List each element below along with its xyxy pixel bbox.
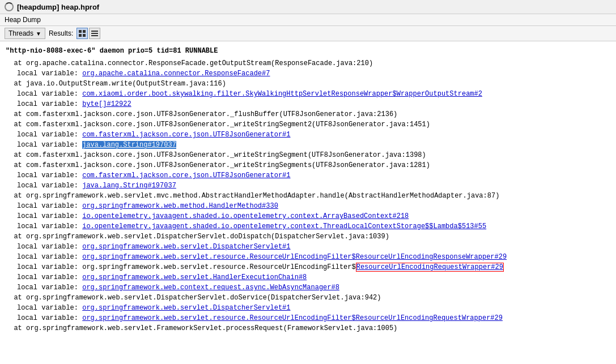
- svg-rect-1: [83, 30, 86, 33]
- local-var-line: local variable: java.lang.String#197037: [17, 181, 610, 191]
- stack-frame: at org.springframework.web.servlet.Frame…: [6, 323, 610, 333]
- local-var-link[interactable]: com.fasterxml.jackson.core.json.UTF8Json…: [82, 131, 290, 139]
- local-var-link[interactable]: org.apache.catalina.connector.ResponseFa…: [82, 70, 270, 78]
- local-var-line: local variable: org.springframework.web.…: [17, 313, 610, 323]
- local-var-link[interactable]: com.fasterxml.jackson.core.json.UTF8Json…: [82, 172, 290, 179]
- results-label: Results:: [49, 29, 73, 37]
- local-var-line: local variable: org.springframework.web.…: [17, 272, 610, 282]
- toolbar-actions: Threads ▼ Results:: [0, 26, 616, 41]
- stack-frame: at java.io.OutputStream.write(OutputStre…: [6, 79, 610, 89]
- thread-header: "http-nio-8088-exec-6" daemon prio=5 tid…: [6, 46, 610, 56]
- svg-rect-6: [91, 35, 98, 36]
- svg-rect-5: [91, 33, 98, 34]
- svg-rect-2: [79, 34, 82, 37]
- local-var-link[interactable]: com.xiaomi.order.boot.skywalking.filter.…: [82, 90, 482, 98]
- local-var-line: local variable: org.springframework.web.…: [17, 282, 610, 293]
- local-var-line: local variable: org.springframework.web.…: [17, 201, 610, 211]
- local-var-link-highlighted[interactable]: java.lang.String#197037: [82, 141, 176, 149]
- local-var-line-boxed: local variable: org.springframework.web.…: [17, 262, 610, 272]
- local-var-link[interactable]: org.springframework.web.servlet.Dispatch…: [82, 243, 290, 251]
- local-var-line: local variable: org.springframework.web.…: [17, 303, 610, 313]
- local-var-link[interactable]: org.springframework.web.method.HandlerMe…: [82, 202, 278, 210]
- local-var-link[interactable]: byte[]#12922: [82, 100, 131, 108]
- threads-dropdown[interactable]: Threads ▼: [5, 28, 45, 39]
- local-var-link[interactable]: io.opentelemetry.javaagent.shaded.io.ope…: [82, 212, 409, 220]
- local-var-link-boxed[interactable]: ResourceUrlEncodingRequestWrapper#29: [356, 263, 504, 272]
- toolbar-heap-dump: Heap Dump: [0, 14, 616, 26]
- local-var-line: local variable: byte[]#12922: [17, 99, 610, 109]
- table-icon: [79, 30, 86, 37]
- local-var-link[interactable]: org.springframework.web.servlet.resource…: [82, 314, 503, 322]
- heap-dump-label: Heap Dump: [5, 16, 41, 24]
- local-var-link[interactable]: org.springframework.web.servlet.resource…: [82, 253, 507, 261]
- stack-frame: at com.fasterxml.jackson.core.json.UTF8J…: [6, 119, 610, 130]
- list-icon: [91, 30, 98, 37]
- svg-rect-0: [79, 30, 82, 33]
- dropdown-arrow-icon: ▼: [36, 31, 41, 37]
- title-bar: [heapdump] heap.hprof: [0, 0, 616, 14]
- loading-icon: [5, 2, 14, 11]
- local-var-line: local variable: java.lang.String#197037: [17, 140, 610, 150]
- local-var-link[interactable]: org.springframework.web.servlet.HandlerE…: [82, 273, 307, 281]
- local-var-line: local variable: org.apache.catalina.conn…: [17, 68, 610, 79]
- svg-rect-3: [83, 34, 86, 37]
- local-var-link[interactable]: org.springframework.web.context.request.…: [82, 284, 339, 292]
- stack-frame: at org.springframework.web.servlet.Dispa…: [6, 232, 610, 242]
- list-view-button[interactable]: [89, 28, 100, 39]
- local-var-line: local variable: com.fasterxml.jackson.co…: [17, 130, 610, 140]
- local-var-link[interactable]: io.opentelemetry.javaagent.shaded.io.ope…: [82, 222, 486, 230]
- local-var-line: local variable: io.opentelemetry.javaage…: [17, 211, 610, 221]
- local-var-link[interactable]: java.lang.String#197037: [82, 182, 176, 190]
- local-var-line: local variable: com.xiaomi.order.boot.sk…: [17, 89, 610, 99]
- stack-trace-content: "http-nio-8088-exec-6" daemon prio=5 tid…: [0, 41, 616, 361]
- results-view-toggle: [77, 28, 100, 39]
- local-var-line: local variable: io.opentelemetry.javaage…: [17, 221, 610, 232]
- stack-frame: at org.apache.catalina.connector.Respons…: [6, 58, 610, 68]
- stack-frame: at org.springframework.web.servlet.mvc.m…: [6, 191, 610, 201]
- stack-frame: at com.fasterxml.jackson.core.json.UTF8J…: [6, 160, 610, 170]
- local-var-line: local variable: org.springframework.web.…: [17, 242, 610, 252]
- stack-frame: at com.fasterxml.jackson.core.json.UTF8J…: [6, 150, 610, 160]
- window-title: [heapdump] heap.hprof: [17, 3, 99, 11]
- local-var-link[interactable]: org.springframework.web.servlet.Dispatch…: [82, 304, 290, 312]
- threads-label: Threads: [9, 29, 33, 37]
- stack-frame: at com.fasterxml.jackson.core.json.UTF8J…: [6, 109, 610, 119]
- stack-frame: at org.springframework.web.servlet.Dispa…: [6, 293, 610, 303]
- svg-rect-4: [91, 31, 98, 32]
- table-view-button[interactable]: [77, 28, 88, 39]
- local-var-line: local variable: org.springframework.web.…: [17, 252, 610, 262]
- local-var-line: local variable: com.fasterxml.jackson.co…: [17, 170, 610, 181]
